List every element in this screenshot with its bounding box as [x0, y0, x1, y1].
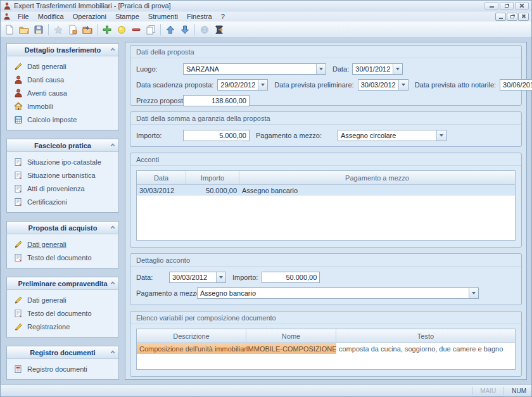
menu-file[interactable]: File: [13, 12, 34, 21]
sidebar-item-atti-di-provenienza[interactable]: Atti di provenienza: [13, 183, 116, 194]
variabili-table-row[interactable]: Composizione dell'unità immobiliare IMMO…: [137, 343, 515, 354]
sidebar-item-situazione-ipo-catastale[interactable]: Situazione ipo-catastale: [13, 156, 116, 167]
import-folder-button[interactable]: [80, 23, 94, 37]
menu-bar: File Modifica Operazioni Stampe Strument…: [1, 11, 531, 22]
menu-strumenti[interactable]: Strumenti: [144, 12, 182, 21]
prezzo-input[interactable]: 138.600,00: [183, 95, 250, 106]
luogo-value: SARZANA: [184, 64, 316, 74]
copy-document-button[interactable]: [144, 23, 158, 37]
mdi-minimize-button[interactable]: [495, 13, 506, 21]
add-button[interactable]: [100, 23, 114, 37]
sidebar-item-calcolo-imposte[interactable]: Calcolo imposte: [13, 114, 116, 125]
acconto-importo-label: Importo:: [232, 274, 258, 281]
restore-button[interactable]: [500, 2, 514, 9]
sidebar-item-immobili[interactable]: Immobili: [13, 101, 116, 111]
sidebar-item-registro-documenti[interactable]: Registro documenti: [13, 363, 116, 374]
acconti-table-row[interactable]: 30/03/2012 50.000,00 Assegno bancario: [137, 185, 515, 196]
sidebar-item-label: Immobili: [27, 103, 53, 110]
group-garanzia: Dati della somma a garanzia della propos…: [130, 111, 522, 147]
close-button[interactable]: [515, 2, 529, 9]
status-bar: MAIU NUM: [1, 384, 531, 396]
cell-testo: composta da cucina, soggiorno, due camer…: [336, 343, 515, 354]
sidebar-item-aventi-causa[interactable]: Aventi causa: [13, 87, 116, 98]
minimize-button[interactable]: [484, 2, 498, 9]
column-header-nome[interactable]: Nome: [246, 329, 336, 343]
scadenza-datepicker[interactable]: 29/02/2012: [217, 79, 268, 91]
sidebar-item-preliminare-testo-documento[interactable]: Testo del documento: [13, 308, 116, 318]
chevron-down-icon[interactable]: [436, 130, 446, 141]
collapse-chevron-icon[interactable]: [111, 282, 115, 286]
nav-section-header[interactable]: Proposta di acquisto: [7, 222, 118, 234]
nav-section-title: Proposta di acquisto: [28, 224, 98, 232]
export-document-button[interactable]: [66, 23, 80, 37]
group-dati-proposta: Dati della proposta Luogo: SARZANA Data:…: [130, 45, 522, 106]
pencil-icon: [13, 61, 23, 71]
collapse-chevron-icon[interactable]: [111, 226, 115, 230]
new-document-button[interactable]: [3, 23, 16, 37]
preliminare-datepicker[interactable]: 30/03/2012: [358, 79, 408, 91]
chevron-down-icon[interactable]: [398, 80, 408, 90]
sidebar-item-preliminare-dati-generali[interactable]: Dati generali: [13, 294, 116, 305]
sidebar-item-certificazioni[interactable]: Certificazioni: [13, 196, 116, 207]
chevron-down-icon[interactable]: [393, 64, 402, 74]
chevron-down-icon[interactable]: [469, 288, 478, 298]
window-title: Expert Trasferimenti Immobiliari - [Prar…: [11, 2, 484, 9]
sidebar-item-label: Dati generali: [27, 63, 66, 70]
sidebar-item-label: Situazione urbanistica: [27, 172, 96, 179]
note-icon: [13, 170, 23, 180]
sidebar-item-dati-generali[interactable]: Dati generali: [13, 61, 116, 72]
collapse-chevron-icon[interactable]: [111, 351, 115, 355]
edit-button[interactable]: [115, 23, 129, 37]
acconto-pagamento-combobox[interactable]: Assegno bancario: [197, 287, 479, 299]
mdi-close-button[interactable]: [518, 13, 529, 21]
mdi-restore-button[interactable]: [507, 13, 517, 21]
column-header-importo[interactable]: Importo: [186, 171, 239, 184]
nav-section-header[interactable]: Preliminare compravendita: [7, 277, 118, 290]
remove-button[interactable]: [129, 23, 143, 37]
stamp-icon: [13, 322, 23, 331]
menu-modifica[interactable]: Modifica: [34, 12, 68, 21]
column-header-data[interactable]: Data: [137, 171, 186, 184]
nav-section-header[interactable]: Fascicolo pratica: [7, 139, 118, 152]
chevron-down-icon[interactable]: [316, 64, 326, 74]
notarile-datepicker[interactable]: 30/06/2012: [500, 79, 532, 91]
collapse-chevron-icon[interactable]: [111, 144, 115, 148]
menu-finestra[interactable]: Finestra: [182, 12, 217, 21]
help-globe-icon: [200, 25, 210, 35]
sidebar-item-danti-causa[interactable]: Danti causa: [13, 74, 116, 85]
nav-section-header[interactable]: Registro documenti: [7, 346, 118, 359]
open-button[interactable]: [17, 23, 31, 37]
column-header-testo[interactable]: Testo: [336, 329, 515, 343]
sidebar-item-situazione-urbanistica[interactable]: Situazione urbanistica: [13, 170, 116, 180]
acconto-importo-input[interactable]: 50.000,00: [262, 272, 320, 283]
group-title: Dati della somma a garanzia della propos…: [130, 112, 521, 125]
sidebar-item-proposta-dati-generali[interactable]: Dati generali: [13, 239, 116, 249]
pagamento-combobox[interactable]: Assegno circolare: [338, 130, 446, 141]
exit-button[interactable]: [212, 23, 226, 37]
notarile-value: 30/06/2012: [500, 80, 532, 90]
nav-section-header[interactable]: Dettaglio trasferimento: [7, 44, 118, 56]
menu-operazioni[interactable]: Operazioni: [68, 12, 111, 21]
move-down-button[interactable]: [178, 23, 192, 37]
menu-stampe[interactable]: Stampe: [111, 12, 144, 21]
group-title: Elenco variabili per composizione docume…: [130, 312, 521, 324]
chevron-down-icon[interactable]: [216, 272, 225, 282]
column-header-pagamento[interactable]: Pagamento a mezzo: [239, 171, 515, 184]
nav-section-title: Dettaglio trasferimento: [25, 46, 101, 54]
luogo-combobox[interactable]: SARZANA: [183, 63, 326, 75]
sidebar-item-registrazione[interactable]: Registrazione: [13, 321, 116, 332]
data-datepicker[interactable]: 30/01/2012: [352, 63, 403, 75]
document-app-icon: [3, 13, 11, 20]
sidebar-item-proposta-testo-documento[interactable]: Testo del documento: [13, 252, 116, 263]
collapse-chevron-icon[interactable]: [111, 48, 115, 53]
variabili-table-header: Descrizione Nome Testo: [137, 329, 515, 343]
move-up-button[interactable]: [163, 23, 177, 37]
save-button[interactable]: [32, 23, 46, 37]
importo-input[interactable]: 5.000,00: [183, 130, 250, 141]
menu-help[interactable]: ?: [217, 12, 229, 21]
disabled-tool-button: [51, 23, 65, 37]
chevron-down-icon[interactable]: [258, 80, 267, 90]
acconto-data-datepicker[interactable]: 30/03/2012: [169, 272, 226, 283]
sidebar-item-label: Testo del documento: [27, 310, 92, 317]
column-header-descrizione[interactable]: Descrizione: [137, 329, 246, 343]
